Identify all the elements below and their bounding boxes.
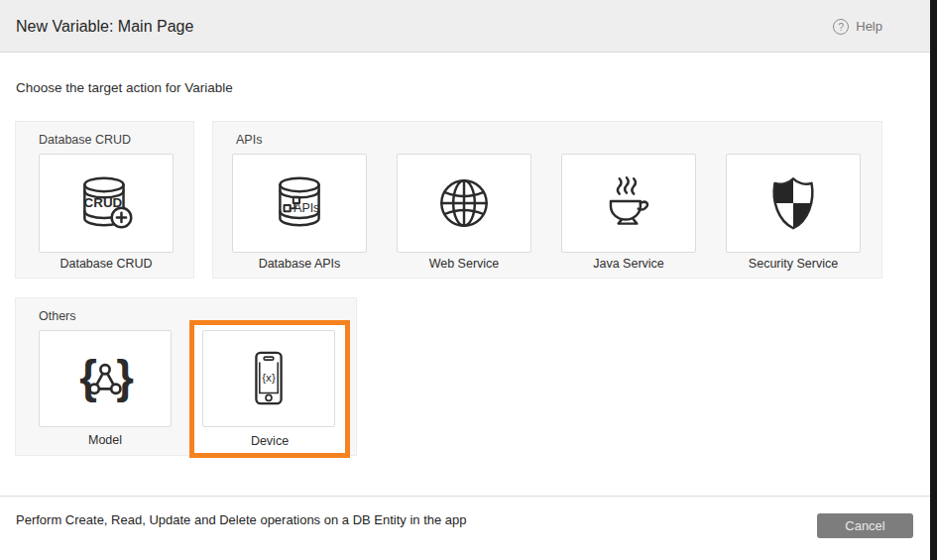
card-model[interactable]: { } <box>39 330 172 427</box>
window-edge <box>930 0 937 560</box>
card-label: Database CRUD <box>39 257 174 271</box>
card-label: Model <box>39 433 172 447</box>
database-apis-icon: APIs <box>267 170 332 236</box>
card-java-service[interactable] <box>561 154 696 253</box>
security-service-icon <box>761 170 826 236</box>
group-apis: APIs APIs Database APIs <box>212 121 882 279</box>
card-security-service[interactable] <box>726 154 861 253</box>
choose-action-subtitle: Choose the target action for Variable <box>16 80 233 95</box>
group-label: Others <box>39 309 76 323</box>
database-crud-icon: CRUD <box>73 170 139 236</box>
help-circle-icon: ? <box>833 19 849 35</box>
svg-text:{x}: {x} <box>262 371 276 384</box>
card-database-apis[interactable]: APIs <box>232 154 367 253</box>
card-database-crud[interactable]: CRUD <box>39 154 174 253</box>
dialog-header: New Variable: Main Page ? Help <box>0 0 930 53</box>
new-variable-dialog: New Variable: Main Page ? Help Choose th… <box>0 0 937 560</box>
footer-divider <box>0 496 930 497</box>
card-label: Database APIs <box>232 257 367 271</box>
card-web-service[interactable] <box>397 154 531 253</box>
card-label: Web Service <box>397 257 531 271</box>
card-label: Java Service <box>561 257 696 271</box>
help-button[interactable]: ? Help <box>833 0 882 53</box>
card-label: Device <box>194 434 345 448</box>
group-label: APIs <box>236 133 262 147</box>
svg-text:APIs: APIs <box>293 201 319 215</box>
java-service-icon <box>596 170 661 236</box>
help-label: Help <box>856 19 882 34</box>
page-title: New Variable: Main Page <box>16 0 193 53</box>
device-selection-highlight: {x} Device <box>189 320 350 458</box>
card-device[interactable]: {x} <box>202 330 335 427</box>
action-description: Perform Create, Read, Update and Delete … <box>16 512 467 527</box>
device-icon: {x} <box>238 348 299 409</box>
svg-text:{: { <box>79 352 97 402</box>
group-others: Others { } Model {x} <box>15 297 357 456</box>
group-database-crud: Database CRUD CRUD Database CRUD <box>15 121 194 279</box>
web-service-icon <box>431 170 497 236</box>
cancel-button[interactable]: Cancel <box>817 513 913 538</box>
model-icon: { } <box>72 346 138 411</box>
group-label: Database CRUD <box>39 133 131 147</box>
svg-text:}: } <box>116 352 134 402</box>
card-label: Security Service <box>726 257 861 271</box>
